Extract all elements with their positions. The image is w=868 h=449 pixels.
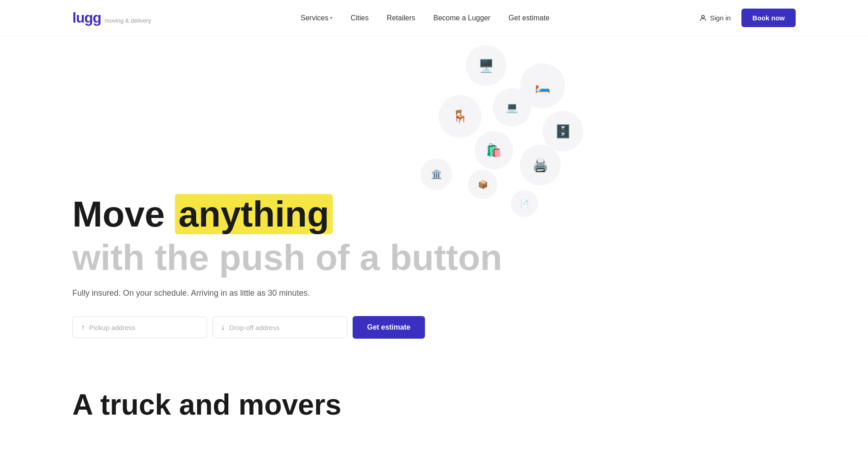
navbar-center: Services ▾ Cities Retailers Become a Lug…	[301, 14, 550, 22]
nav-item-services[interactable]: Services ▾	[301, 14, 332, 22]
estimate-form: ↑ ↓ Get estimate	[72, 316, 425, 339]
hero-section: 🖥️ 🛏️ 💻 🪑 🗄️ 🛍️ 🖨️ 🏛️ 📦 📄 Move anything …	[0, 36, 868, 353]
dropoff-input[interactable]	[229, 324, 339, 331]
user-icon	[699, 14, 707, 22]
get-estimate-button[interactable]: Get estimate	[353, 316, 425, 339]
logo-tagline: moving & delivery	[105, 17, 151, 24]
services-label: Services	[301, 14, 328, 22]
dropoff-input-wrapper[interactable]: ↓	[212, 317, 347, 338]
hero-subtitle: with the push of a button	[72, 238, 796, 278]
hero-title: Move anything	[72, 194, 796, 234]
nav-item-retailers[interactable]: Retailers	[387, 14, 415, 22]
below-section: A truck and movers	[0, 353, 868, 421]
navbar-right: Sign in Book now	[699, 9, 796, 27]
become-lugger-label: Become a Lugger	[434, 14, 491, 22]
pickup-input-wrapper[interactable]: ↑	[72, 317, 207, 338]
logo: lugg	[72, 9, 101, 26]
hero-description: Fully insured. On your schedule. Arrivin…	[72, 288, 796, 298]
hero-title-highlight: anything	[175, 194, 333, 234]
nav-item-get-estimate[interactable]: Get estimate	[509, 14, 550, 22]
pickup-icon: ↑	[81, 323, 85, 331]
nav-item-become-lugger[interactable]: Become a Lugger	[434, 14, 491, 22]
sign-in-button[interactable]: Sign in	[699, 14, 731, 22]
below-title: A truck and movers	[72, 389, 796, 421]
hero-content: Move anything with the push of a button …	[72, 54, 796, 339]
retailers-label: Retailers	[387, 14, 415, 22]
sign-in-label: Sign in	[710, 14, 731, 22]
navbar: lugg moving & delivery Services ▾ Cities…	[0, 0, 868, 36]
nav-item-cities[interactable]: Cities	[350, 14, 368, 22]
pickup-input[interactable]	[89, 324, 198, 331]
hero-title-prefix: Move	[72, 194, 175, 234]
cities-label: Cities	[350, 14, 368, 22]
navbar-left: lugg moving & delivery	[72, 9, 151, 26]
get-estimate-nav-label: Get estimate	[509, 14, 550, 22]
dropoff-icon: ↓	[221, 323, 225, 331]
book-now-button[interactable]: Book now	[741, 9, 796, 27]
logo-link[interactable]: lugg moving & delivery	[72, 9, 151, 26]
svg-point-0	[702, 15, 704, 18]
chevron-down-icon: ▾	[330, 15, 332, 20]
